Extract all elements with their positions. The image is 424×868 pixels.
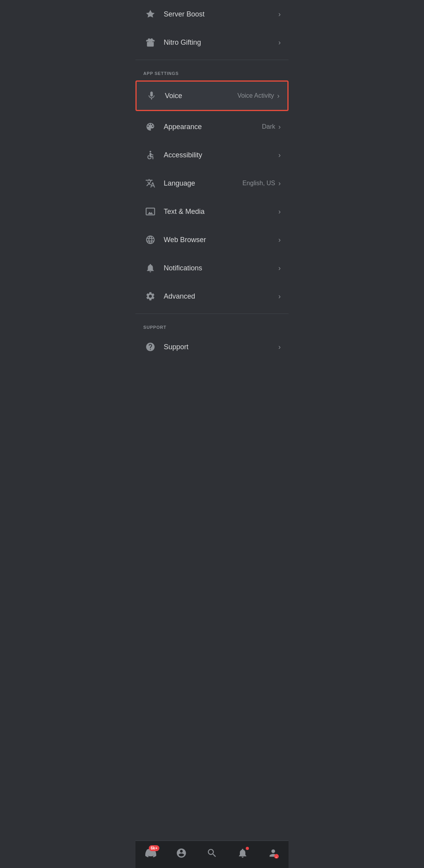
menu-item-label-nitro-gifting: Nitro Gifting xyxy=(164,38,278,47)
menu-item-label-server-boost: Server Boost xyxy=(164,10,278,18)
section-header-app-settings: APP SETTINGS xyxy=(135,63,289,79)
chevron-icon: › xyxy=(278,236,281,244)
microphone-icon xyxy=(144,89,159,103)
chevron-icon: › xyxy=(278,292,281,301)
menu-item-label-web-browser: Web Browser xyxy=(164,236,278,244)
language-icon xyxy=(143,176,157,190)
chevron-icon: › xyxy=(278,151,281,159)
menu-item-value-voice: Voice Activity xyxy=(238,92,274,99)
menu-item-advanced[interactable]: Advanced› xyxy=(135,282,289,310)
bell-icon xyxy=(143,261,157,275)
menu-item-label-support: Support xyxy=(164,343,278,351)
menu-item-appearance[interactable]: AppearanceDark› xyxy=(135,113,289,141)
menu-item-label-voice: Voice xyxy=(165,92,238,100)
menu-item-nitro-gifting[interactable]: Nitro Gifting› xyxy=(135,28,289,57)
menu-item-label-advanced: Advanced xyxy=(164,292,278,301)
chevron-icon: › xyxy=(278,208,281,216)
image-icon xyxy=(143,204,157,219)
menu-item-server-boost[interactable]: Server Boost› xyxy=(135,0,289,28)
gear-icon xyxy=(143,289,157,303)
menu-item-notifications[interactable]: Notifications› xyxy=(135,254,289,282)
section-divider xyxy=(135,314,289,314)
menu-item-language[interactable]: LanguageEnglish, US› xyxy=(135,169,289,197)
menu-item-label-accessibility: Accessibility xyxy=(164,151,278,159)
chevron-icon: › xyxy=(278,123,281,131)
divider-after-nitro xyxy=(135,60,289,60)
menu-item-voice[interactable]: VoiceVoice Activity› xyxy=(135,80,289,111)
globe-icon xyxy=(143,233,157,247)
gift-icon xyxy=(143,35,157,49)
accessibility-icon xyxy=(143,148,157,162)
section-header-support: SUPPORT xyxy=(135,317,289,333)
menu-item-label-appearance: Appearance xyxy=(164,123,262,131)
chevron-icon: › xyxy=(277,92,280,100)
chevron-icon: › xyxy=(278,38,281,47)
help-icon xyxy=(143,340,157,354)
menu-item-label-notifications: Notifications xyxy=(164,264,278,272)
menu-item-value-language: English, US xyxy=(242,180,275,187)
menu-item-label-text-media: Text & Media xyxy=(164,208,278,216)
chevron-icon: › xyxy=(278,343,281,351)
menu-item-value-appearance: Dark xyxy=(262,123,275,130)
chevron-icon: › xyxy=(278,264,281,272)
menu-item-web-browser[interactable]: Web Browser› xyxy=(135,226,289,254)
svg-point-0 xyxy=(150,151,151,152)
settings-list: Server Boost›Nitro Gifting›APP SETTINGSV… xyxy=(135,0,289,388)
palette-icon xyxy=(143,120,157,134)
menu-item-accessibility[interactable]: Accessibility› xyxy=(135,141,289,169)
chevron-icon: › xyxy=(278,10,281,18)
menu-item-support[interactable]: Support› xyxy=(135,333,289,361)
chevron-icon: › xyxy=(278,179,281,188)
boost-icon xyxy=(143,7,157,21)
menu-item-label-language: Language xyxy=(164,179,242,188)
menu-item-text-media[interactable]: Text & Media› xyxy=(135,197,289,226)
